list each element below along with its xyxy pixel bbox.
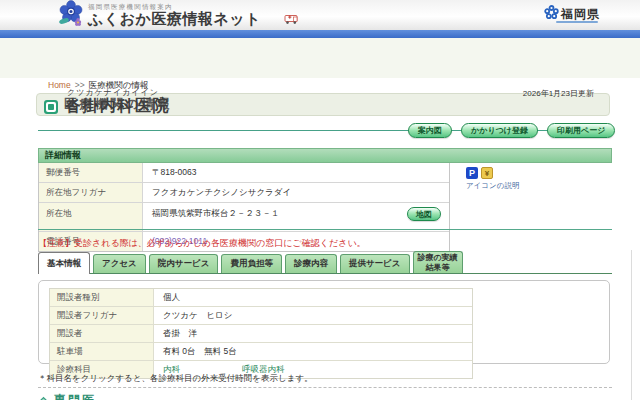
tab-underline [38,273,612,274]
tab-basic-info[interactable]: 基本情報 [38,252,90,274]
row-label: 開設者フリガナ [50,307,154,324]
updated-date: 2026年1月23日更新 [523,88,594,99]
window-edge [631,250,632,400]
tab-costs[interactable]: 費用負担等 [221,254,282,273]
table-row: 所在地 福岡県筑紫野市桜台２－２３－１ 地図 [39,202,449,231]
next-section-heading: 専門医 [38,392,96,400]
flower-logo-icon [58,0,85,31]
clinic-name: 沓掛内科医院 [65,96,170,117]
details-section-header: 詳細情報 [38,148,612,163]
row-value: 福岡県筑紫野市桜台２－２３－１ 地図 [143,203,449,231]
guide-map-button[interactable]: 案内図 [408,123,452,138]
row-label: 駐車場 [50,343,154,360]
print-page-button[interactable]: 印刷用ページ [547,123,615,138]
table-row: 所在地フリガナ フクオカケンチクシノシサクラダイ [39,182,449,202]
row-label: 郵便番号 [39,163,143,182]
parking-icon[interactable]: P [466,167,478,179]
icon-legend-link[interactable]: アイコンの説明 [466,181,519,191]
footnote-text: ＊科目名をクリックすると、各診療科目の外来受付時間を表示します。 [38,373,313,385]
ambulance-icon [284,11,299,29]
table-row: 郵便番号 〒818-0063 [39,163,449,182]
table-row: 駐車場 有料 0台 無料 5台 [50,342,472,360]
row-value: 有料 0台 無料 5台 [154,343,472,360]
site-logo[interactable]: 福岡県医療機関情報案内 ふくおか医療情報ネット [58,0,261,30]
notice-text: 【注意】受診される際は、必ずあらかじめ各医療機関の窓口にご確認ください。 [38,237,366,250]
family-doctor-register-button[interactable]: かかりつけ登録 [461,123,538,138]
row-label: 開設者種別 [50,289,154,306]
table-row: 開設者 沓掛 洋 [50,324,472,342]
row-value: クツカケ ヒロシ [154,307,472,324]
site-header: 福岡県医療機関情報案内 ふくおか医療情報ネット [0,0,640,30]
browser-page: 福岡県医療機関情報案内 ふくおか医療情報ネット [0,0,640,400]
yen-icon[interactable]: ¥ [481,167,493,179]
row-label: 所在地 [39,203,143,231]
basic-info-panel: 開設者種別 個人 開設者フリガナ クツカケ ヒロシ 開設者 沓掛 洋 駐車場 有… [38,280,610,364]
dashed-divider [38,387,612,388]
tab-access[interactable]: アクセス [93,254,146,273]
tab-provided-services[interactable]: 提供サービス [340,254,410,273]
tab-bar: 基本情報 アクセス 院内サービス 費用負担等 診療内容 提供サービス 診療の実績… [38,251,463,273]
table-row: 開設者フリガナ クツカケ ヒロシ [50,306,472,324]
row-value: 〒818-0063 [143,163,449,182]
row-label: 開設者 [50,325,154,342]
basic-info-table: 開設者種別 個人 開設者フリガナ クツカケ ヒロシ 開設者 沓掛 洋 駐車場 有… [49,288,473,379]
details-bottom-divider [38,229,612,230]
diamond-icon [38,395,49,400]
address-text: 福岡県筑紫野市桜台２－２３－１ [152,208,280,218]
header-blue-bar [0,30,640,38]
tab-treatment-details[interactable]: 診療内容 [285,254,337,273]
row-label: 所在地フリガナ [39,183,143,202]
row-value: フクオカケンチクシノシサクラダイ [143,183,449,202]
action-buttons: 案内図 かかりつけ登録 印刷用ページ [408,123,615,138]
prefecture-tagline [556,21,598,23]
site-title-block: 福岡県医療機関情報案内 ふくおか医療情報ネット [88,4,261,27]
clinic-bullet-icon [44,100,58,114]
site-title: ふくおか医療情報ネット [88,11,261,26]
tab-results[interactable]: 診療の実績結果等 [413,251,463,273]
next-section-title: 専門医 [54,392,96,400]
table-row: 開設者種別 個人 [50,289,472,306]
breadcrumb-band: Home>>医療機関の情報 医療機関の情報 [0,38,640,78]
row-value: 個人 [154,289,472,306]
map-button[interactable]: 地図 [407,207,441,221]
tab-in-hospital-services[interactable]: 院内サービス [149,254,219,273]
row-value: 沓掛 洋 [154,325,472,342]
